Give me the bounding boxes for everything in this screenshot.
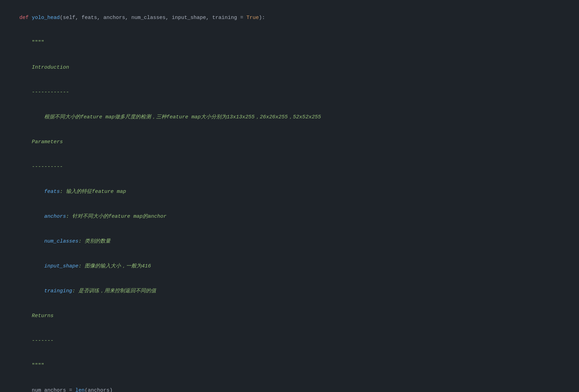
line-14: ------- — [7, 329, 572, 353]
param-input-shape: input_shape — [19, 263, 78, 269]
intro-text: 根据不同大小的 — [19, 114, 80, 120]
section-parameters: Parameters — [19, 139, 63, 145]
docstring-open: """" — [19, 40, 44, 46]
param-training: trainging — [19, 288, 72, 294]
line-1: def yolo_head(self, feats, anchors, num_… — [7, 6, 572, 30]
line-16: num_anchors = len(anchors) — [7, 378, 572, 392]
line-8: feats: 输入的特征feature map — [7, 179, 572, 204]
line-6: Parameters — [7, 130, 572, 155]
line-15: """" — [7, 353, 572, 378]
line-7: ---------- — [7, 155, 572, 179]
line-9: anchors: 针对不同大小的feature map的anchor — [7, 204, 572, 229]
param-anchors-desc: : 针对不同大小的 — [66, 214, 108, 219]
line-12: trainging: 是否训练，用来控制返回不同的值 — [7, 279, 572, 304]
line-5: 根据不同大小的feature map做多尺度的检测，三种feature map大… — [7, 105, 572, 130]
line-10: num_classes: 类别的数量 — [7, 229, 572, 254]
keyword-def: def — [19, 15, 32, 21]
param-training-desc: : 是否训练，用来控制返回不同的值 — [72, 288, 156, 294]
param-feats-desc: : 输入的特征 — [60, 189, 92, 195]
param-num-classes: num_classes — [19, 238, 78, 244]
section-underline: ------------ — [19, 89, 69, 95]
section-underline2: ---------- — [19, 164, 63, 170]
section-introduction: Introduction — [19, 65, 69, 70]
docstring-close: """" — [19, 363, 44, 369]
param-input-shape-desc: : 图像的输入大小，一般为416 — [78, 263, 151, 269]
line-13: Returns — [7, 304, 572, 329]
line-2: """" — [7, 30, 572, 55]
param-feats: feats — [19, 189, 60, 195]
line-4: ------------ — [7, 80, 572, 105]
param-num-classes-desc: : 类别的数量 — [78, 238, 111, 244]
line-11: input_shape: 图像的输入大小，一般为416 — [7, 254, 572, 279]
section-underline3: ------- — [19, 338, 54, 344]
section-returns: Returns — [19, 313, 54, 319]
code-container: def yolo_head(self, feats, anchors, num_… — [0, 0, 579, 392]
param-anchors: anchors — [19, 214, 66, 219]
function-name: yolo_head — [32, 15, 60, 21]
line-3: Introduction — [7, 55, 572, 80]
